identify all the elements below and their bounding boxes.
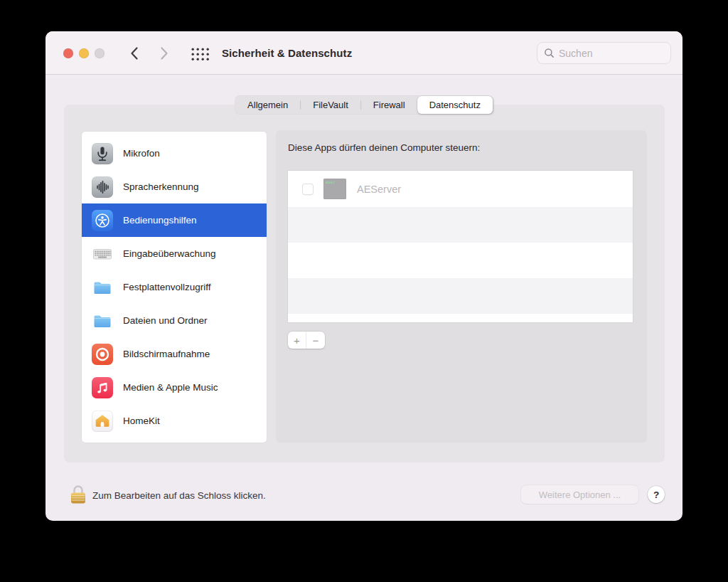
sidebar-item-label: Eingabeüberwachung [123,248,216,259]
speech-recognition-icon [92,176,113,198]
app-row-aeserver[interactable]: execAEServer [288,171,633,207]
music-icon [92,377,113,398]
sidebar-item-homekit[interactable]: HomeKit [82,404,267,438]
folder-icon [92,277,113,298]
sidebar-item-label: Bedienungshilfen [123,215,197,226]
app-name: AEServer [357,184,401,195]
remove-app-button[interactable]: − [306,332,325,349]
sidebar-item-mikrofon[interactable]: Mikrofon [82,137,267,170]
system-preferences-window: Sicherheit & Datenschutz Suchen Allgemei… [46,31,682,521]
sidebar-item-label: Festplattenvollzugriff [123,282,211,292]
lock-icon[interactable] [68,482,88,509]
sidebar-item-festplattenvollzugriff[interactable]: Festplattenvollzugriff [82,270,267,304]
tab-filevault[interactable]: FileVault [301,96,360,114]
content-panel: MikrofonSpracherkennungBedienungshilfenE… [64,105,665,462]
search-icon [544,48,555,58]
sidebar-item-medien-apple-music[interactable]: Medien & Apple Music [82,371,267,404]
forward-icon[interactable] [159,46,169,60]
sidebar-item-label: Mikrofon [123,148,160,159]
more-options-button[interactable]: Weitere Optionen ... [521,485,638,504]
minimize-button[interactable] [79,48,89,58]
zoom-button[interactable] [95,48,105,58]
folder-icon [92,310,113,332]
tab-datenschutz[interactable]: Datenschutz [417,96,493,114]
sidebar-item-label: HomeKit [123,416,160,426]
sidebar-item-bedienungshilfen[interactable]: Bedienungshilfen [82,203,267,237]
exec-app-icon: exec [323,179,346,199]
keyboard-icon [92,243,113,265]
allowed-apps-list: execAEServer [288,171,633,322]
add-remove-control: + − [288,332,325,349]
microphone-icon [92,143,113,164]
accessibility-icon [92,210,113,231]
exec-badge: exec [326,180,335,184]
search-placeholder: Suchen [559,48,592,59]
tab-bar: AllgemeinFileVaultFirewallDatenschutz [235,95,493,115]
app-checkbox[interactable] [302,184,314,195]
desktop-background: Sicherheit & Datenschutz Suchen Allgemei… [0,0,728,582]
lock-hint-text: Zum Bearbeiten auf das Schloss klicken. [92,490,266,501]
tab-allgemein[interactable]: Allgemein [235,96,300,114]
sidebar-item-label: Bildschirmaufnahme [123,349,210,359]
back-icon[interactable] [129,46,139,60]
privacy-category-list: MikrofonSpracherkennungBedienungshilfenE… [82,132,267,443]
titlebar[interactable]: Sicherheit & Datenschutz Suchen [46,31,682,75]
screen-recording-icon [92,344,113,365]
search-field[interactable]: Suchen [537,42,671,64]
window-title: Sicherheit & Datenschutz [222,31,352,75]
help-button[interactable]: ? [648,486,665,503]
sidebar-item-label: Dateien und Ordner [123,315,208,326]
window-controls [63,48,105,58]
close-button[interactable] [63,48,73,58]
tab-firewall[interactable]: Firewall [361,96,417,114]
sidebar-item-spracherkennung[interactable]: Spracherkennung [82,170,267,203]
show-all-grid-icon[interactable] [191,47,210,64]
sidebar-item-bildschirmaufnahme[interactable]: Bildschirmaufnahme [82,337,267,371]
sidebar-item-label: Medien & Apple Music [123,382,218,393]
sidebar-item-dateien-und-ordner[interactable]: Dateien und Ordner [82,304,267,337]
add-app-button[interactable]: + [288,332,306,349]
homekit-icon [92,411,113,432]
sidebar-item-label: Spracherkennung [123,181,199,192]
sidebar-item-eingabeüberwachung[interactable]: Eingabeüberwachung [82,237,267,270]
privacy-detail-pane: Diese Apps dürfen deinen Computer steuer… [276,130,647,443]
privacy-heading: Diese Apps dürfen deinen Computer steuer… [288,142,480,153]
